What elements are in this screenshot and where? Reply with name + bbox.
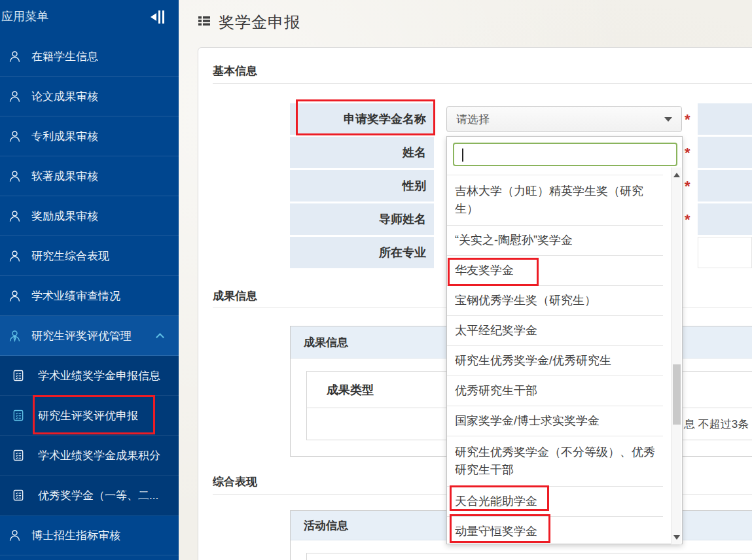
dropdown-list: 中国一汽（红旗）奖学金 吉林大学（力旺）精英学生奖（研究生） “关实之-陶慰孙”…: [447, 167, 672, 545]
sidebar-item-label: 优秀奖学金（一等、二...: [38, 488, 158, 503]
clipboard-list-icon: [12, 489, 25, 502]
sidebar-item-paper-review[interactable]: 论文成果审核: [0, 77, 179, 116]
text-caret: [462, 149, 463, 162]
sidebar-item-label: 在籍学生信息: [31, 49, 98, 64]
dropdown-option[interactable]: “关实之-陶慰孙”奖学金: [447, 226, 663, 256]
person-icon: [8, 249, 22, 263]
chevron-up-icon: [156, 333, 164, 341]
dropdown-option[interactable]: 宝钢优秀学生奖（研究生）: [447, 286, 663, 316]
sidebar-item-academic-check[interactable]: 学术业绩审查情况: [0, 276, 179, 316]
dropdown-option-clipped[interactable]: 中国一汽（红旗）奖学金: [447, 167, 663, 175]
sidebar-item-label: 论文成果审核: [31, 89, 98, 104]
sidebar-item-software-review[interactable]: 软著成果审核: [0, 156, 179, 196]
sidebar-item-enrolled-students[interactable]: 在籍学生信息: [0, 37, 179, 77]
required-marker: *: [685, 113, 690, 127]
sidebar-item-award-management[interactable]: 研究生评奖评优管理: [0, 316, 179, 356]
dropdown-option[interactable]: 太平经纪奖学金: [447, 316, 663, 346]
dropdown-option[interactable]: 吉林大学（力旺）精英学生奖（研究生）: [447, 175, 663, 226]
select-value: 请选择: [456, 112, 490, 127]
chevron-down-icon: [664, 117, 672, 122]
form-cell: [698, 170, 752, 201]
form-label-name: 姓名: [290, 137, 434, 168]
scroll-up-icon[interactable]: [671, 169, 682, 181]
form-label-major: 所在专业: [290, 237, 434, 268]
page-title: 奖学金申报: [219, 12, 300, 33]
sidebar-item-label: 学术业绩奖学金成果积分: [38, 448, 160, 463]
sidebar-title: 应用菜单: [1, 9, 48, 24]
person-icon: [8, 209, 22, 223]
clipboard-list-icon: [12, 369, 25, 382]
dropdown-option-trina[interactable]: 天合光能助学金: [447, 487, 663, 517]
scroll-down-icon[interactable]: [671, 531, 682, 543]
required-marker: *: [685, 146, 690, 160]
required-marker: *: [685, 179, 690, 194]
dropdown-option-huayou[interactable]: 华友奖学金: [447, 256, 663, 286]
sidebar-item-award-review[interactable]: 奖励成果审核: [0, 196, 179, 236]
sidebar-item-grad-award-apply[interactable]: 研究生评奖评优申报: [0, 396, 179, 436]
sidebar-item-academic-scholarship-points[interactable]: 学术业绩奖学金成果积分: [0, 436, 179, 476]
sidebar-item-label: 学术业绩奖学金申报信息: [38, 368, 160, 383]
scholarship-dropdown: 中国一汽（红旗）奖学金 吉林大学（力旺）精英学生奖（研究生） “关实之-陶慰孙”…: [446, 136, 683, 544]
sidebar-item-label: 奖励成果审核: [31, 209, 98, 224]
form-label-scholarship-name: 申请奖学金名称: [290, 103, 434, 135]
person-tie-icon: [8, 329, 22, 343]
person-icon: [8, 529, 22, 542]
form-cell: [698, 237, 752, 268]
person-icon: [8, 50, 22, 63]
dropdown-option[interactable]: 优秀研究生干部: [447, 376, 663, 406]
section-title-basic: 基本信息: [213, 63, 257, 79]
page-header: 奖学金申报: [196, 12, 300, 33]
activity-table: [306, 553, 752, 560]
clipboard-list-icon: [12, 449, 25, 462]
person-icon: [8, 130, 22, 143]
form-cell: [698, 103, 752, 135]
sidebar-item-label: 研究生综合表现: [31, 249, 109, 264]
form-label-supervisor: 导师姓名: [290, 203, 434, 235]
sidebar-item-label: 软著成果审核: [31, 169, 98, 184]
dropdown-search-input[interactable]: [453, 143, 677, 166]
dropdown-option[interactable]: 研究生优秀奖学金（不分等级）、优秀研究生干部: [447, 436, 663, 487]
app-window: 应用菜单 在籍学生信息 论文成果审核 专利成果审核 软著成果审核 奖励成果审核 …: [0, 0, 752, 560]
achievement-hint-text: 息 不超过3条: [684, 417, 749, 432]
sidebar-item-phd-quota-review[interactable]: 博士招生指标审核: [0, 516, 179, 555]
form-cell: [698, 203, 752, 235]
scrollbar-thumb[interactable]: [673, 364, 681, 425]
sidebar: 应用菜单 在籍学生信息 论文成果审核 专利成果审核 软著成果审核 奖励成果审核 …: [0, 0, 179, 560]
divider: [213, 83, 752, 84]
sidebar-item-label: 学术业绩审查情况: [31, 289, 120, 304]
collapse-sidebar-icon[interactable]: [151, 10, 164, 24]
dropdown-scrollbar[interactable]: [671, 167, 681, 544]
sidebar-item-label: 专利成果审核: [31, 129, 98, 144]
form-label-gender: 性别: [290, 170, 434, 201]
sidebar-item-label: 研究生评奖评优管理: [31, 328, 132, 343]
sidebar-item-label: 博士招生指标审核: [31, 528, 120, 543]
sidebar-item-patent-review[interactable]: 专利成果审核: [0, 116, 179, 156]
form-cell: [698, 137, 752, 168]
section-title-overall: 综合表现: [213, 474, 257, 489]
sidebar-item-grad-performance[interactable]: 研究生综合表现: [0, 236, 179, 276]
required-marker: *: [685, 213, 690, 227]
person-icon: [8, 90, 22, 103]
section-title-achievement: 成果信息: [213, 289, 257, 304]
dropdown-option[interactable]: 国家奖学金/博士求实奖学金: [447, 406, 663, 436]
scholarship-select[interactable]: 请选择: [446, 106, 682, 132]
sidebar-item-excellent-scholarship[interactable]: 优秀奖学金（一等、二...: [0, 476, 179, 516]
person-icon: [8, 289, 22, 303]
sidebar-header: 应用菜单: [0, 0, 179, 37]
dropdown-option-momentum[interactable]: 动量守恒奖学金: [447, 517, 663, 545]
sidebar-item-label: 研究生评奖评优申报: [38, 408, 138, 423]
list-icon: [196, 13, 212, 31]
clipboard-list-icon: [12, 409, 25, 422]
sidebar-item-academic-scholarship-info[interactable]: 学术业绩奖学金申报信息: [0, 356, 179, 396]
dropdown-option[interactable]: 研究生优秀奖学金/优秀研究生: [447, 346, 663, 376]
person-icon: [8, 169, 22, 183]
